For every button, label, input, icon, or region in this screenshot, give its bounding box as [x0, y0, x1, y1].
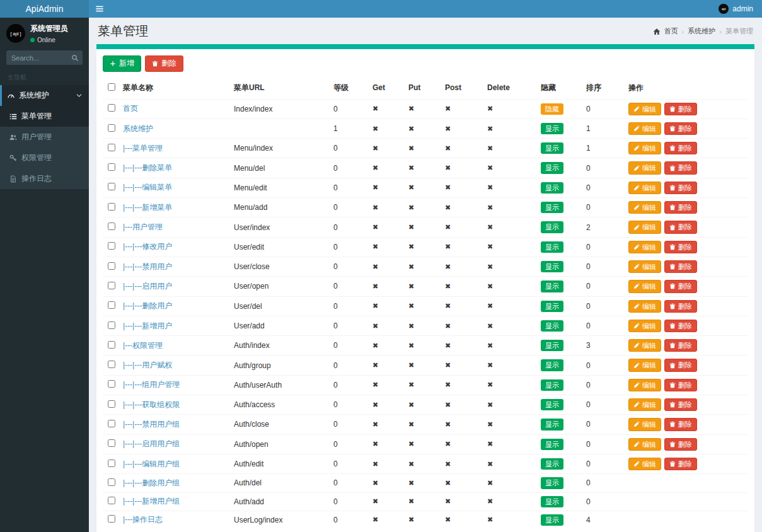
delete-button[interactable]: 删除 — [664, 103, 697, 115]
row-checkbox[interactable] — [108, 460, 115, 467]
search-button[interactable] — [67, 50, 83, 65]
row-checkbox[interactable] — [108, 163, 115, 171]
delete-button[interactable]: 删除 — [664, 260, 697, 273]
edit-button[interactable]: 编辑 — [628, 320, 661, 332]
row-checkbox[interactable] — [108, 380, 115, 388]
edit-button[interactable]: 编辑 — [628, 260, 661, 273]
edit-button[interactable]: 编辑 — [628, 398, 661, 411]
menu-name-link[interactable]: |---|---禁用用户 — [123, 262, 172, 271]
sidebar-item-system-maintenance[interactable]: 系统维护 — [0, 85, 89, 106]
delete-button[interactable]: 删除 — [664, 221, 697, 233]
menu-name-link[interactable]: |---|---删除用户组 — [123, 478, 180, 487]
row-checkbox[interactable] — [108, 420, 115, 427]
edit-button[interactable]: 编辑 — [628, 161, 661, 174]
menu-name-link[interactable]: |---|---获取组权限 — [123, 400, 180, 409]
edit-button[interactable]: 编辑 — [628, 182, 661, 194]
row-checkbox[interactable] — [108, 515, 115, 523]
visibility-badge[interactable]: 显示 — [541, 162, 563, 173]
online-status[interactable]: Online — [30, 37, 68, 43]
delete-button[interactable]: 删除 — [664, 398, 697, 411]
visibility-badge[interactable]: 显示 — [541, 399, 563, 410]
row-checkbox[interactable] — [108, 439, 115, 447]
add-button[interactable]: 新增 — [103, 55, 141, 72]
delete-button[interactable]: 删除 — [664, 438, 697, 451]
delete-button[interactable]: 删除 — [664, 142, 697, 154]
row-checkbox[interactable] — [108, 478, 115, 486]
visibility-badge[interactable]: 显示 — [541, 496, 563, 507]
menu-name-link[interactable]: |---|---删除菜单 — [123, 163, 172, 172]
delete-button[interactable]: 删除 — [664, 182, 697, 194]
menu-name-link[interactable]: |---|---修改用户 — [123, 242, 172, 251]
user-menu[interactable]: api admin — [710, 0, 762, 18]
visibility-badge[interactable]: 隐藏 — [541, 103, 563, 115]
edit-button[interactable]: 编辑 — [628, 359, 661, 371]
visibility-badge[interactable]: 显示 — [541, 280, 563, 292]
brand-logo[interactable]: ApiAdmin — [0, 0, 89, 18]
sidebar-item[interactable]: 菜单管理 — [0, 106, 89, 127]
visibility-badge[interactable]: 显示 — [541, 182, 563, 194]
menu-name-link[interactable]: |---|---用户赋权 — [123, 361, 172, 369]
menu-name-link[interactable]: |---菜单管理 — [123, 144, 163, 153]
menu-name-link[interactable]: |---用户管理 — [123, 223, 163, 231]
row-checkbox[interactable] — [108, 497, 115, 504]
delete-button[interactable]: 删除 — [664, 418, 697, 431]
delete-button[interactable]: 删除 — [664, 161, 697, 174]
menu-name-link[interactable]: |---|---启用用户 — [123, 282, 172, 291]
delete-button[interactable]: 删除 — [664, 320, 697, 332]
visibility-badge[interactable]: 显示 — [541, 419, 563, 430]
delete-button[interactable]: 删除 — [664, 300, 697, 313]
visibility-badge[interactable]: 显示 — [541, 477, 563, 489]
row-checkbox[interactable] — [108, 282, 115, 289]
menu-name-link[interactable]: |---|---组用户管理 — [123, 380, 180, 389]
edit-button[interactable]: 编辑 — [628, 280, 661, 292]
bulk-delete-button[interactable]: 删除 — [145, 55, 183, 72]
select-all-checkbox[interactable] — [108, 83, 115, 91]
menu-name-link[interactable]: |---|---新增菜单 — [123, 203, 172, 212]
sidebar-item[interactable]: 权限管理 — [0, 147, 89, 168]
row-checkbox[interactable] — [108, 144, 115, 151]
row-checkbox[interactable] — [108, 104, 115, 112]
sidebar-item[interactable]: 用户管理 — [0, 127, 89, 147]
visibility-badge[interactable]: 显示 — [541, 439, 563, 450]
menu-name-link[interactable]: |---|---编辑菜单 — [123, 183, 172, 192]
edit-button[interactable]: 编辑 — [628, 418, 661, 431]
visibility-badge[interactable]: 显示 — [541, 340, 563, 351]
visibility-badge[interactable]: 显示 — [541, 142, 563, 154]
row-checkbox[interactable] — [108, 124, 115, 132]
edit-button[interactable]: 编辑 — [628, 201, 661, 214]
edit-button[interactable]: 编辑 — [628, 458, 661, 470]
menu-name-link[interactable]: |---|---编辑用户组 — [123, 460, 180, 468]
menu-name-link[interactable]: |---|---启用用户组 — [123, 439, 180, 448]
edit-button[interactable]: 编辑 — [628, 221, 661, 233]
edit-button[interactable]: 编辑 — [628, 438, 661, 451]
edit-button[interactable]: 编辑 — [628, 339, 661, 352]
menu-name-link[interactable]: |---|---新增用户 — [123, 321, 172, 330]
edit-button[interactable]: 编辑 — [628, 142, 661, 154]
visibility-badge[interactable]: 显示 — [541, 221, 563, 233]
visibility-badge[interactable]: 显示 — [541, 359, 563, 371]
edit-button[interactable]: 编辑 — [628, 122, 661, 135]
row-checkbox[interactable] — [108, 262, 115, 270]
edit-button[interactable]: 编辑 — [628, 379, 661, 391]
menu-name-link[interactable]: |---|---禁用用户组 — [123, 420, 180, 429]
delete-button[interactable]: 删除 — [664, 201, 697, 214]
edit-button[interactable]: 编辑 — [628, 300, 661, 313]
menu-name-link[interactable]: 首页 — [123, 104, 138, 113]
row-checkbox[interactable] — [108, 223, 115, 230]
delete-button[interactable]: 删除 — [664, 241, 697, 253]
edit-button[interactable]: 编辑 — [628, 103, 661, 115]
edit-button[interactable]: 编辑 — [628, 241, 661, 253]
sidebar-toggle-button[interactable] — [89, 0, 110, 18]
menu-name-link[interactable]: |---权限管理 — [123, 341, 163, 350]
visibility-badge[interactable]: 显示 — [541, 458, 563, 470]
visibility-badge[interactable]: 显示 — [541, 301, 563, 312]
delete-button[interactable]: 删除 — [664, 458, 697, 470]
row-checkbox[interactable] — [108, 242, 115, 250]
sidebar-item[interactable]: 操作日志 — [0, 168, 89, 189]
row-checkbox[interactable] — [108, 361, 115, 368]
delete-button[interactable]: 删除 — [664, 359, 697, 371]
breadcrumb-item[interactable]: 首页 — [664, 26, 678, 36]
visibility-badge[interactable]: 显示 — [541, 241, 563, 253]
row-checkbox[interactable] — [108, 400, 115, 408]
menu-name-link[interactable]: |---|---新增用户组 — [123, 497, 180, 506]
